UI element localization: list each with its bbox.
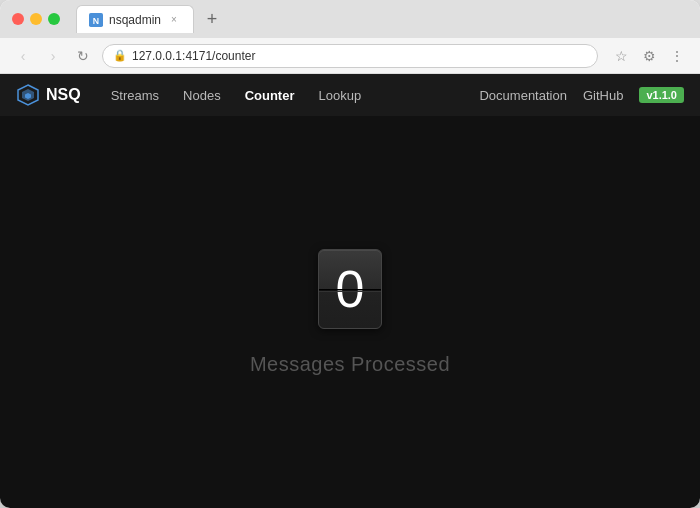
url-text: 127.0.0.1:4171/counter bbox=[132, 49, 255, 63]
more-icon: ⋮ bbox=[670, 48, 684, 64]
svg-text:N: N bbox=[93, 15, 99, 25]
tab-close-icon: × bbox=[171, 14, 177, 25]
messages-processed-label: Messages Processed bbox=[250, 353, 450, 376]
tab-bar: N nsqadmin × + bbox=[76, 5, 688, 33]
maximize-button[interactable] bbox=[48, 13, 60, 25]
active-tab[interactable]: N nsqadmin × bbox=[76, 5, 194, 33]
version-badge: v1.1.0 bbox=[639, 87, 684, 103]
close-button[interactable] bbox=[12, 13, 24, 25]
url-bar[interactable]: 🔒 127.0.0.1:4171/counter bbox=[102, 44, 598, 68]
nsq-logo-icon bbox=[16, 83, 40, 107]
app-navbar: NSQ Streams Nodes Counter Lookup Documen… bbox=[0, 74, 700, 116]
browser-window: N nsqadmin × + ‹ › ↻ 🔒 127.0.0.1:4171/co… bbox=[0, 0, 700, 508]
forward-icon: › bbox=[51, 48, 56, 64]
main-content: 0 Messages Processed bbox=[0, 116, 700, 508]
new-tab-icon: + bbox=[207, 9, 218, 30]
menu-button[interactable]: ⋮ bbox=[666, 45, 688, 67]
star-icon: ☆ bbox=[615, 48, 628, 64]
back-button[interactable]: ‹ bbox=[12, 45, 34, 67]
browser-actions: ☆ ⚙ ⋮ bbox=[610, 45, 688, 67]
nav-links: Streams Nodes Counter Lookup bbox=[101, 84, 480, 107]
new-tab-button[interactable]: + bbox=[200, 7, 224, 31]
traffic-lights bbox=[12, 13, 60, 25]
extensions-button[interactable]: ⚙ bbox=[638, 45, 660, 67]
minimize-button[interactable] bbox=[30, 13, 42, 25]
counter-digit: 0 bbox=[318, 249, 382, 329]
app-logo: NSQ bbox=[16, 83, 81, 107]
nav-right: Documentation GitHub v1.1.0 bbox=[479, 87, 684, 103]
refresh-icon: ↻ bbox=[77, 48, 89, 64]
nav-lookup[interactable]: Lookup bbox=[309, 84, 372, 107]
nav-github[interactable]: GitHub bbox=[583, 88, 623, 103]
forward-button[interactable]: › bbox=[42, 45, 64, 67]
lock-icon: 🔒 bbox=[113, 49, 127, 62]
bookmark-button[interactable]: ☆ bbox=[610, 45, 632, 67]
refresh-button[interactable]: ↻ bbox=[72, 45, 94, 67]
nav-documentation[interactable]: Documentation bbox=[479, 88, 566, 103]
puzzle-icon: ⚙ bbox=[643, 48, 656, 64]
title-bar: N nsqadmin × + bbox=[0, 0, 700, 38]
counter-display: 0 bbox=[318, 249, 382, 329]
nav-counter[interactable]: Counter bbox=[235, 84, 305, 107]
back-icon: ‹ bbox=[21, 48, 26, 64]
nav-nodes[interactable]: Nodes bbox=[173, 84, 231, 107]
tab-favicon: N bbox=[89, 13, 103, 27]
tab-title: nsqadmin bbox=[109, 13, 161, 27]
app-logo-text: NSQ bbox=[46, 86, 81, 104]
tab-close-button[interactable]: × bbox=[167, 13, 181, 27]
address-bar: ‹ › ↻ 🔒 127.0.0.1:4171/counter ☆ ⚙ ⋮ bbox=[0, 38, 700, 74]
nav-streams[interactable]: Streams bbox=[101, 84, 169, 107]
